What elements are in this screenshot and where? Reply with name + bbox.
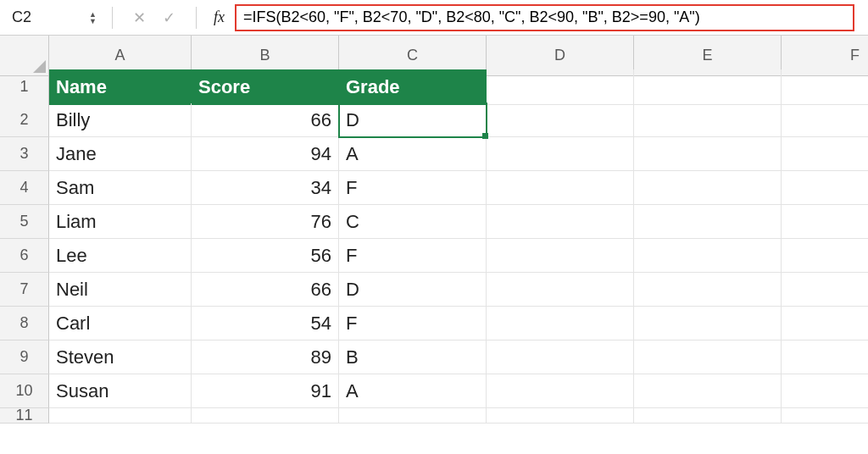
cell-B10[interactable]: 91 — [192, 374, 339, 408]
cell-A10[interactable]: Susan — [49, 374, 192, 408]
cell-B4[interactable]: 34 — [192, 171, 339, 205]
formula-input[interactable] — [242, 8, 848, 27]
row-head-8[interactable]: 8 — [0, 307, 49, 340]
cell-A4[interactable]: Sam — [49, 171, 192, 205]
cell-F8[interactable] — [782, 307, 868, 340]
row-head-6[interactable]: 6 — [0, 239, 49, 273]
cell-B9[interactable]: 89 — [192, 340, 339, 374]
cell-C11[interactable] — [339, 408, 487, 424]
cell-A9[interactable]: Steven — [49, 340, 192, 374]
cell-B5[interactable]: 76 — [192, 205, 339, 239]
cell-F4[interactable] — [782, 171, 868, 205]
cell-D7[interactable] — [487, 273, 634, 307]
cell-A2[interactable]: Billy — [49, 103, 192, 137]
cell-E9[interactable] — [634, 340, 782, 374]
cell-E1[interactable] — [634, 69, 782, 105]
cell-B8[interactable]: 54 — [192, 307, 339, 340]
cell-C9[interactable]: B — [339, 340, 487, 374]
cell-E6[interactable] — [634, 239, 782, 273]
cell-A1[interactable]: Name — [49, 69, 192, 105]
separator — [112, 7, 113, 29]
name-box[interactable]: C2 ▲ ▼ — [5, 8, 100, 26]
separator — [196, 7, 197, 29]
cell-E3[interactable] — [634, 137, 782, 171]
cell-E5[interactable] — [634, 205, 782, 239]
cell-B6[interactable]: 56 — [192, 239, 339, 273]
cell-C10[interactable]: A — [339, 374, 487, 408]
cell-E10[interactable] — [634, 374, 782, 408]
cell-D11[interactable] — [487, 408, 634, 424]
row-head-10[interactable]: 10 — [0, 374, 49, 408]
stepper-down-icon[interactable]: ▼ — [89, 18, 97, 25]
cell-F5[interactable] — [782, 205, 868, 239]
cell-F11[interactable] — [782, 408, 868, 424]
cell-C5[interactable]: C — [339, 205, 487, 239]
spreadsheet-grid: A B C D E F 1 Name Score Grade 2 Billy 6… — [0, 36, 868, 442]
cell-A5[interactable]: Liam — [49, 205, 192, 239]
cell-A8[interactable]: Carl — [49, 307, 192, 340]
fx-icon[interactable]: fx — [214, 8, 225, 26]
cell-A3[interactable]: Jane — [49, 137, 192, 171]
cell-F7[interactable] — [782, 273, 868, 307]
cell-A7[interactable]: Neil — [49, 273, 192, 307]
row-head-7[interactable]: 7 — [0, 273, 49, 307]
row-head-4[interactable]: 4 — [0, 171, 49, 205]
cell-E11[interactable] — [634, 408, 782, 424]
cell-D1[interactable] — [487, 69, 634, 105]
cell-C1[interactable]: Grade — [339, 69, 487, 105]
cell-E4[interactable] — [634, 171, 782, 205]
cell-C2[interactable]: D — [339, 103, 487, 137]
cell-F3[interactable] — [782, 137, 868, 171]
name-box-stepper[interactable]: ▲ ▼ — [89, 11, 97, 25]
cell-E8[interactable] — [634, 307, 782, 340]
cell-F1[interactable] — [782, 69, 868, 105]
row-head-9[interactable]: 9 — [0, 340, 49, 374]
cell-F6[interactable] — [782, 239, 868, 273]
cell-D10[interactable] — [487, 374, 634, 408]
enter-icon[interactable]: ✓ — [163, 8, 175, 27]
cell-A6[interactable]: Lee — [49, 239, 192, 273]
formula-highlight — [235, 4, 854, 31]
row-head-3[interactable]: 3 — [0, 137, 49, 171]
select-all-corner[interactable] — [0, 36, 49, 76]
row-head-5[interactable]: 5 — [0, 205, 49, 239]
cell-D9[interactable] — [487, 340, 634, 374]
row-head-11[interactable]: 11 — [0, 408, 49, 424]
cell-F10[interactable] — [782, 374, 868, 408]
cell-B3[interactable]: 94 — [192, 137, 339, 171]
formula-bar: C2 ▲ ▼ ✕ ✓ fx — [0, 0, 868, 36]
cell-B11[interactable] — [192, 408, 339, 424]
cell-B2[interactable]: 66 — [192, 103, 339, 137]
cell-D6[interactable] — [487, 239, 634, 273]
cell-F2[interactable] — [782, 103, 868, 137]
row-head-2[interactable]: 2 — [0, 103, 49, 137]
cell-C4[interactable]: F — [339, 171, 487, 205]
cell-A11[interactable] — [49, 408, 192, 424]
cell-E7[interactable] — [634, 273, 782, 307]
cancel-icon[interactable]: ✕ — [133, 8, 146, 27]
cell-E2[interactable] — [634, 103, 782, 137]
cell-C6[interactable]: F — [339, 239, 487, 273]
cell-D5[interactable] — [487, 205, 634, 239]
cell-C8[interactable]: F — [339, 307, 487, 340]
cell-D2[interactable] — [487, 103, 634, 137]
cell-F9[interactable] — [782, 340, 868, 374]
cell-D8[interactable] — [487, 307, 634, 340]
cell-B7[interactable]: 66 — [192, 273, 339, 307]
name-box-value: C2 — [12, 8, 86, 26]
cell-D3[interactable] — [487, 137, 634, 171]
cell-C3[interactable]: A — [339, 137, 487, 171]
cell-C7[interactable]: D — [339, 273, 487, 307]
cell-B1[interactable]: Score — [192, 69, 339, 105]
cell-D4[interactable] — [487, 171, 634, 205]
